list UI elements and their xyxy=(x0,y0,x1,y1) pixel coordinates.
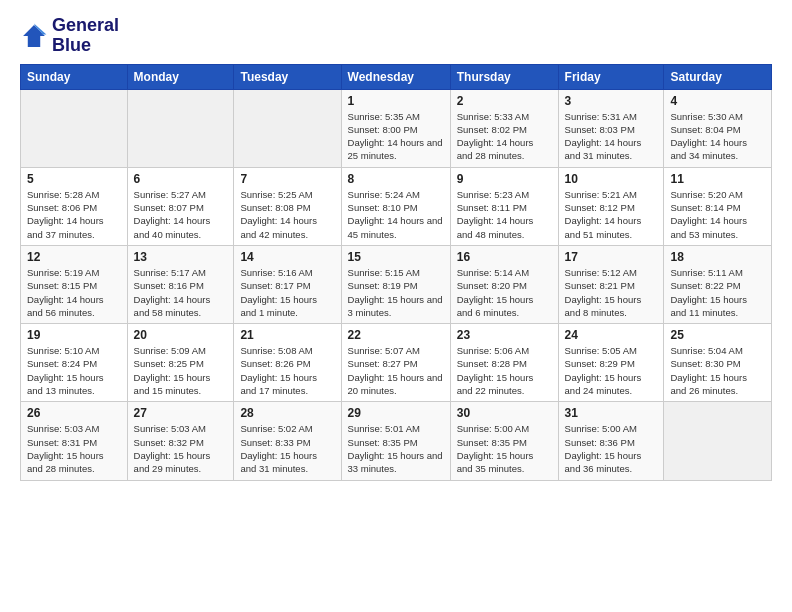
cell-info: Sunrise: 5:02 AM Sunset: 8:33 PM Dayligh… xyxy=(240,422,334,475)
calendar-cell: 18Sunrise: 5:11 AM Sunset: 8:22 PM Dayli… xyxy=(664,245,772,323)
calendar-cell: 7Sunrise: 5:25 AM Sunset: 8:08 PM Daylig… xyxy=(234,167,341,245)
calendar-week-row: 5Sunrise: 5:28 AM Sunset: 8:06 PM Daylig… xyxy=(21,167,772,245)
calendar-cell: 23Sunrise: 5:06 AM Sunset: 8:28 PM Dayli… xyxy=(450,324,558,402)
cell-info: Sunrise: 5:05 AM Sunset: 8:29 PM Dayligh… xyxy=(565,344,658,397)
cell-info: Sunrise: 5:00 AM Sunset: 8:35 PM Dayligh… xyxy=(457,422,552,475)
calendar-cell xyxy=(21,89,128,167)
logo-icon xyxy=(20,22,48,50)
cell-info: Sunrise: 5:07 AM Sunset: 8:27 PM Dayligh… xyxy=(348,344,444,397)
cell-info: Sunrise: 5:00 AM Sunset: 8:36 PM Dayligh… xyxy=(565,422,658,475)
calendar-cell: 11Sunrise: 5:20 AM Sunset: 8:14 PM Dayli… xyxy=(664,167,772,245)
day-number: 11 xyxy=(670,172,765,186)
calendar-cell: 29Sunrise: 5:01 AM Sunset: 8:35 PM Dayli… xyxy=(341,402,450,480)
cell-info: Sunrise: 5:06 AM Sunset: 8:28 PM Dayligh… xyxy=(457,344,552,397)
cell-info: Sunrise: 5:04 AM Sunset: 8:30 PM Dayligh… xyxy=(670,344,765,397)
day-number: 29 xyxy=(348,406,444,420)
calendar-cell: 3Sunrise: 5:31 AM Sunset: 8:03 PM Daylig… xyxy=(558,89,664,167)
weekday-header-tuesday: Tuesday xyxy=(234,64,341,89)
calendar-week-row: 12Sunrise: 5:19 AM Sunset: 8:15 PM Dayli… xyxy=(21,245,772,323)
calendar-cell xyxy=(234,89,341,167)
day-number: 12 xyxy=(27,250,121,264)
day-number: 14 xyxy=(240,250,334,264)
day-number: 23 xyxy=(457,328,552,342)
day-number: 8 xyxy=(348,172,444,186)
day-number: 4 xyxy=(670,94,765,108)
calendar-cell: 12Sunrise: 5:19 AM Sunset: 8:15 PM Dayli… xyxy=(21,245,128,323)
cell-info: Sunrise: 5:14 AM Sunset: 8:20 PM Dayligh… xyxy=(457,266,552,319)
svg-marker-0 xyxy=(23,25,45,47)
logo: General Blue xyxy=(20,16,119,56)
calendar-cell: 25Sunrise: 5:04 AM Sunset: 8:30 PM Dayli… xyxy=(664,324,772,402)
calendar-cell: 15Sunrise: 5:15 AM Sunset: 8:19 PM Dayli… xyxy=(341,245,450,323)
cell-info: Sunrise: 5:27 AM Sunset: 8:07 PM Dayligh… xyxy=(134,188,228,241)
day-number: 27 xyxy=(134,406,228,420)
calendar-cell: 8Sunrise: 5:24 AM Sunset: 8:10 PM Daylig… xyxy=(341,167,450,245)
cell-info: Sunrise: 5:12 AM Sunset: 8:21 PM Dayligh… xyxy=(565,266,658,319)
calendar-cell: 20Sunrise: 5:09 AM Sunset: 8:25 PM Dayli… xyxy=(127,324,234,402)
calendar-cell: 5Sunrise: 5:28 AM Sunset: 8:06 PM Daylig… xyxy=(21,167,128,245)
calendar-cell: 16Sunrise: 5:14 AM Sunset: 8:20 PM Dayli… xyxy=(450,245,558,323)
day-number: 24 xyxy=(565,328,658,342)
calendar-cell: 27Sunrise: 5:03 AM Sunset: 8:32 PM Dayli… xyxy=(127,402,234,480)
cell-info: Sunrise: 5:19 AM Sunset: 8:15 PM Dayligh… xyxy=(27,266,121,319)
day-number: 3 xyxy=(565,94,658,108)
day-number: 16 xyxy=(457,250,552,264)
cell-info: Sunrise: 5:23 AM Sunset: 8:11 PM Dayligh… xyxy=(457,188,552,241)
day-number: 1 xyxy=(348,94,444,108)
header: General Blue xyxy=(20,16,772,56)
cell-info: Sunrise: 5:25 AM Sunset: 8:08 PM Dayligh… xyxy=(240,188,334,241)
weekday-header-wednesday: Wednesday xyxy=(341,64,450,89)
day-number: 15 xyxy=(348,250,444,264)
calendar-cell: 31Sunrise: 5:00 AM Sunset: 8:36 PM Dayli… xyxy=(558,402,664,480)
cell-info: Sunrise: 5:28 AM Sunset: 8:06 PM Dayligh… xyxy=(27,188,121,241)
cell-info: Sunrise: 5:15 AM Sunset: 8:19 PM Dayligh… xyxy=(348,266,444,319)
day-number: 9 xyxy=(457,172,552,186)
calendar-table: SundayMondayTuesdayWednesdayThursdayFrid… xyxy=(20,64,772,481)
day-number: 25 xyxy=(670,328,765,342)
day-number: 19 xyxy=(27,328,121,342)
day-number: 10 xyxy=(565,172,658,186)
day-number: 18 xyxy=(670,250,765,264)
cell-info: Sunrise: 5:08 AM Sunset: 8:26 PM Dayligh… xyxy=(240,344,334,397)
calendar-cell: 19Sunrise: 5:10 AM Sunset: 8:24 PM Dayli… xyxy=(21,324,128,402)
logo-text: General Blue xyxy=(52,16,119,56)
day-number: 26 xyxy=(27,406,121,420)
calendar-cell xyxy=(127,89,234,167)
calendar-week-row: 19Sunrise: 5:10 AM Sunset: 8:24 PM Dayli… xyxy=(21,324,772,402)
day-number: 30 xyxy=(457,406,552,420)
cell-info: Sunrise: 5:21 AM Sunset: 8:12 PM Dayligh… xyxy=(565,188,658,241)
cell-info: Sunrise: 5:11 AM Sunset: 8:22 PM Dayligh… xyxy=(670,266,765,319)
day-number: 5 xyxy=(27,172,121,186)
cell-info: Sunrise: 5:35 AM Sunset: 8:00 PM Dayligh… xyxy=(348,110,444,163)
calendar-cell: 22Sunrise: 5:07 AM Sunset: 8:27 PM Dayli… xyxy=(341,324,450,402)
calendar-week-row: 26Sunrise: 5:03 AM Sunset: 8:31 PM Dayli… xyxy=(21,402,772,480)
cell-info: Sunrise: 5:33 AM Sunset: 8:02 PM Dayligh… xyxy=(457,110,552,163)
day-number: 22 xyxy=(348,328,444,342)
calendar-cell: 21Sunrise: 5:08 AM Sunset: 8:26 PM Dayli… xyxy=(234,324,341,402)
weekday-header-friday: Friday xyxy=(558,64,664,89)
day-number: 28 xyxy=(240,406,334,420)
calendar-header-row: SundayMondayTuesdayWednesdayThursdayFrid… xyxy=(21,64,772,89)
calendar-cell xyxy=(664,402,772,480)
cell-info: Sunrise: 5:03 AM Sunset: 8:32 PM Dayligh… xyxy=(134,422,228,475)
calendar-cell: 14Sunrise: 5:16 AM Sunset: 8:17 PM Dayli… xyxy=(234,245,341,323)
day-number: 2 xyxy=(457,94,552,108)
calendar-cell: 9Sunrise: 5:23 AM Sunset: 8:11 PM Daylig… xyxy=(450,167,558,245)
cell-info: Sunrise: 5:09 AM Sunset: 8:25 PM Dayligh… xyxy=(134,344,228,397)
calendar-cell: 13Sunrise: 5:17 AM Sunset: 8:16 PM Dayli… xyxy=(127,245,234,323)
cell-info: Sunrise: 5:03 AM Sunset: 8:31 PM Dayligh… xyxy=(27,422,121,475)
day-number: 13 xyxy=(134,250,228,264)
cell-info: Sunrise: 5:01 AM Sunset: 8:35 PM Dayligh… xyxy=(348,422,444,475)
cell-info: Sunrise: 5:30 AM Sunset: 8:04 PM Dayligh… xyxy=(670,110,765,163)
day-number: 20 xyxy=(134,328,228,342)
page: General Blue SundayMondayTuesdayWednesda… xyxy=(0,0,792,497)
calendar-cell: 28Sunrise: 5:02 AM Sunset: 8:33 PM Dayli… xyxy=(234,402,341,480)
weekday-header-sunday: Sunday xyxy=(21,64,128,89)
cell-info: Sunrise: 5:24 AM Sunset: 8:10 PM Dayligh… xyxy=(348,188,444,241)
weekday-header-saturday: Saturday xyxy=(664,64,772,89)
cell-info: Sunrise: 5:16 AM Sunset: 8:17 PM Dayligh… xyxy=(240,266,334,319)
cell-info: Sunrise: 5:17 AM Sunset: 8:16 PM Dayligh… xyxy=(134,266,228,319)
calendar-cell: 10Sunrise: 5:21 AM Sunset: 8:12 PM Dayli… xyxy=(558,167,664,245)
calendar-cell: 26Sunrise: 5:03 AM Sunset: 8:31 PM Dayli… xyxy=(21,402,128,480)
calendar-cell: 30Sunrise: 5:00 AM Sunset: 8:35 PM Dayli… xyxy=(450,402,558,480)
